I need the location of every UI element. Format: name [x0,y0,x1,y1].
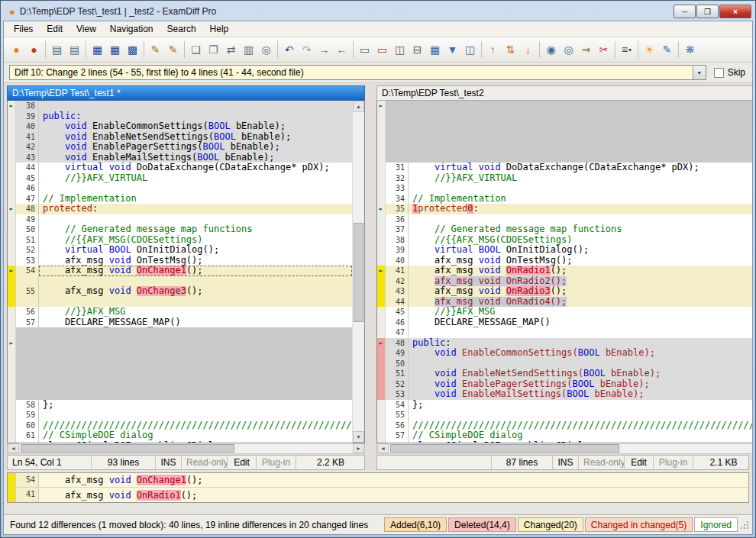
second-horizontal-scrollbar[interactable]: ◄ ► [376,443,753,454]
first-line-52[interactable]: 52 virtual BOOL OnInitDialog(); [8,245,352,256]
find-button[interactable]: ◉ [542,40,560,59]
first-line-54[interactable]: ►54 afx_msg void OnChange1(); [8,266,352,276]
second-line-47[interactable]: 47 [377,327,753,338]
options-button[interactable]: ☀ [641,40,658,59]
first-line-45[interactable]: 45 //}}AFX_VIRTUAL [8,173,352,184]
check-for-updates-button[interactable]: ❋ [681,40,699,59]
first-horizontal-scrollbar[interactable]: ◄ ► [7,443,365,454]
second-line-43[interactable]: 43 afx_msg void OnRadio3(); [377,286,753,297]
first-line-gap[interactable] [8,359,352,369]
second-line-58[interactable]: 58class CSimpleDOE : public CDialog [377,441,753,443]
current-difference-button[interactable]: ⇅ [502,40,519,59]
first-line-41[interactable]: 41 void EnableNetSendSettings(BOOL bEnab… [8,132,352,143]
first-file-header[interactable]: D:\Temp\EDP Test\_test1 * [7,85,365,101]
second-line-42[interactable]: 42 afx_msg void OnRadio2(); [377,276,753,287]
second-line-51[interactable]: 51 void EnableNetSendSettings(BOOL bEnab… [377,369,753,379]
second-line-49[interactable]: 49 void EnableCommonSettings(BOOL bEnabl… [377,348,753,359]
first-line-43[interactable]: 43 void EnableMailSettings(BOOL bEnable)… [8,153,352,163]
first-line-39[interactable]: 39public: [8,111,352,122]
first-line-44[interactable]: 44 virtual void DoDataExchange(CDataExch… [8,163,352,173]
second-line-gap[interactable] [377,153,753,163]
second-line-36[interactable]: 36 [377,214,753,225]
print-preview-button[interactable]: ◎ [257,40,275,59]
open-second-file-button[interactable]: ▤ [66,40,83,59]
synchronize-scrolling-button[interactable]: ◫ [461,40,479,59]
combo-dropdown-button[interactable]: ▼ [693,66,706,79]
first-line-50[interactable]: 50 // Generated message map functions [8,224,352,235]
first-line-61[interactable]: 61// CSimpleDOE dialog [8,430,352,441]
first-line-59[interactable]: 59 [8,410,352,420]
first-line-42[interactable]: 42 void EnablePagerSettings(BOOL bEnable… [8,142,352,153]
previous-difference-button[interactable]: ↑ [484,40,502,59]
second-line-gap[interactable] [377,111,753,122]
scroll-up-button[interactable]: ▲ [353,101,364,112]
compare-directories-button[interactable]: ● [25,40,43,59]
first-vertical-scrollbar[interactable]: ▲ ▼ [352,101,364,443]
save-first-file-button[interactable]: ▦ [89,40,106,59]
scroll-right-button[interactable]: ► [353,443,364,453]
undo-button[interactable]: ↶ [280,40,298,59]
view-menu-button[interactable]: ≡▾ [618,40,635,59]
second-line-41[interactable]: ►41 afx_msg void OnRadio1(); [377,266,753,276]
first-line-60[interactable]: 60//////////////////////////////////////… [8,420,352,431]
scroll-thumb[interactable] [354,223,363,322]
first-line-46[interactable]: 46 [8,183,352,194]
second-line-46[interactable]: 46 DECLARE_MESSAGE_MAP() [377,317,753,328]
first-line-40[interactable]: 40 void EnableCommonSettings(BOOL bEnabl… [8,121,352,132]
second-line-31[interactable]: 31 virtual void DoDataExchange(CDataExch… [377,163,753,173]
save-second-file-button[interactable]: ▦ [106,40,124,59]
first-line-gap[interactable] [8,369,352,379]
second-line-gap[interactable] [377,132,753,143]
second-line-56[interactable]: 56//////////////////////////////////////… [377,420,753,431]
second-line-44[interactable]: 44 afx_msg void OnRadio4(); [377,297,753,308]
first-line-62[interactable]: 62class CSimpleDOE : public CDialog [8,441,352,443]
split-vertically-button[interactable]: ◫ [391,40,409,59]
first-line-gap[interactable] [8,379,352,390]
first-line-gap[interactable] [8,348,352,359]
menu-edit[interactable]: Edit [40,22,69,36]
second-line-32[interactable]: 32 //}}AFX_VIRTUAL [377,173,753,184]
edit-second-file-button[interactable]: ✎ [164,40,182,59]
skip-checkbox[interactable] [714,68,724,78]
first-line-38[interactable]: ►38 [8,101,352,111]
second-line-53[interactable]: 53 void EnableMailSettings(BOOL bEnable)… [377,389,753,400]
first-line-gap[interactable] [8,297,352,308]
scroll-thumb[interactable] [21,444,234,453]
next-change-right-button[interactable]: → [315,40,333,59]
minimize-button[interactable]: ─ [674,5,696,18]
second-line-48[interactable]: ►48public: [377,338,753,349]
scroll-thumb[interactable] [390,444,619,453]
menu-help[interactable]: Help [203,22,236,36]
goto-line-button[interactable]: ⇒ [577,40,595,59]
second-line-gap[interactable] [377,121,753,132]
resize-grip[interactable] [740,520,749,530]
split-horizontally-button[interactable]: ⊟ [409,40,426,59]
first-line-56[interactable]: 56 //}}AFX_MSG [8,307,352,317]
scroll-down-button[interactable]: ▼ [353,431,364,443]
first-line-47[interactable]: 47// Implementation [8,194,352,205]
menu-navigation[interactable]: Navigation [103,22,160,36]
save-all-button[interactable]: ▩ [124,40,141,59]
second-line-gap[interactable] [377,142,753,153]
first-line-53[interactable]: 53 afx_msg void OnTestMsg(); [8,256,352,266]
first-line-49[interactable]: 49 [8,214,352,225]
redo-button[interactable]: ↷ [298,40,315,59]
first-line-gap[interactable] [8,327,352,338]
skip-control[interactable]: Skip [714,67,747,78]
first-line-55[interactable]: 55 afx_msg void OnChange3(); [8,286,352,297]
next-difference-button[interactable]: ↓ [519,40,537,59]
swap-panes-button[interactable]: ⇄ [222,40,240,59]
first-line-gap[interactable] [8,389,352,400]
scroll-left-button[interactable]: ◄ [377,443,389,453]
second-line-52[interactable]: 52 void EnablePagerSettings(BOOL bEnable… [377,379,753,390]
print-button[interactable]: ▥ [240,40,257,59]
scroll-track[interactable] [389,443,753,453]
second-line-57[interactable]: 57// CSimpleDOE dialog [377,430,753,441]
show-first-pane-only-button[interactable]: ▭ [356,40,373,59]
first-line-gap[interactable] [8,276,352,287]
copy-block-to-second-button[interactable]: ❐ [205,40,222,59]
find-next-button[interactable]: ◎ [560,40,577,59]
second-line-gap[interactable]: ► [377,101,753,111]
second-line-33[interactable]: 33 [377,183,753,194]
second-line-37[interactable]: 37 // Generated message map functions [377,224,753,235]
